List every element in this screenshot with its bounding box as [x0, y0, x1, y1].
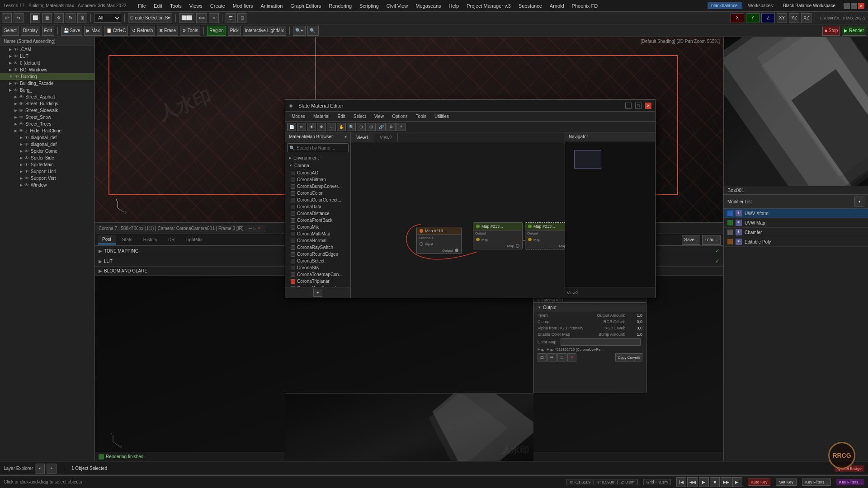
slate-maximize-btn[interactable]: □ — [635, 103, 642, 109]
eye-icon[interactable]: 👁 — [24, 176, 29, 181]
eye-icon[interactable]: 👁 — [14, 74, 19, 79]
eye-icon[interactable]: 👁 — [14, 47, 18, 52]
select-object-button[interactable]: ⬜ — [30, 13, 40, 23]
scene-item[interactable]: ▶ 👁 Spider Side — [0, 155, 94, 161]
set-key-btn[interactable]: Set Key — [776, 479, 797, 486]
menu-phoenix[interactable]: Phoenix FD — [568, 2, 601, 9]
scene-item[interactable]: ▶ 👁 SpiderMain — [0, 161, 94, 168]
scene-item[interactable]: ▶ 👁 0 (default) — [0, 60, 94, 66]
modifier-uvw-map[interactable]: 👁 UVW Map — [724, 218, 868, 228]
key-filters-btn[interactable]: Key Filters... — [802, 479, 831, 486]
modifier-chamfer[interactable]: 👁 Chamfer — [724, 228, 868, 237]
render-button[interactable]: ⊡ — [237, 13, 247, 23]
menu-create[interactable]: Create — [207, 2, 229, 9]
mat-item-coronaao[interactable]: CoronaAO — [285, 169, 350, 176]
eye-icon[interactable]: 👁 — [19, 101, 24, 106]
slate-options-btn[interactable]: ⚙ — [387, 123, 396, 131]
maximize-button[interactable]: □ — [851, 3, 857, 9]
scene-item[interactable]: ▶ 👁 BG_Windows — [0, 66, 94, 73]
slate-connect-btn[interactable]: ↔ — [327, 123, 336, 131]
menu-civil-view[interactable]: Civil View — [383, 2, 411, 9]
menu-scripting[interactable]: Scripting — [356, 2, 382, 9]
mat-item-coronarayswitch[interactable]: CoronaRaySwitch — [285, 244, 350, 251]
eye-icon[interactable]: 👁 — [19, 108, 24, 113]
mat-item-coronamultimap[interactable]: CoronaMultiMap — [285, 230, 350, 237]
eye-icon[interactable]: 👁 — [24, 162, 29, 167]
slate-menu-modes[interactable]: Modes — [288, 113, 309, 120]
menu-rendering[interactable]: Rendering — [325, 2, 355, 9]
copy-curvebtn[interactable]: Copy Curvefit — [615, 353, 642, 361]
ctrlc-btn[interactable]: 📋 Ctrl+C — [104, 26, 128, 36]
workspace-dropdown[interactable]: Black Balance Workspace — [779, 2, 839, 9]
menu-edit[interactable]: Edit — [150, 2, 166, 9]
mat-item-coronadistance[interactable]: CoronaDistance — [285, 210, 350, 217]
named-selections-button[interactable]: ⬜⬜ — [179, 13, 194, 23]
render-tab-dr[interactable]: DR — [164, 235, 179, 244]
save-render-btn[interactable]: Save... — [682, 235, 700, 245]
select-btn[interactable]: Select — [2, 26, 19, 36]
layer-button[interactable]: ☰ — [226, 13, 236, 23]
menu-substance[interactable]: Substance — [515, 2, 546, 9]
render-tab-lightmix[interactable]: LightMix — [181, 235, 207, 244]
scene-item[interactable]: ▶ 👁 z_Hide_RailClone — [0, 127, 94, 134]
slate-layout-btn[interactable]: ⊞ — [367, 123, 376, 131]
mat-item-coronanormal[interactable]: CoronaNormal — [285, 237, 350, 244]
mat-item-coronabumpconver[interactable]: CoronaBumpConver... — [285, 183, 350, 190]
color-map-preview[interactable] — [561, 338, 641, 346]
view-tab-2[interactable]: View2 — [374, 133, 398, 142]
ir-maximize-btn[interactable]: □ — [254, 226, 256, 230]
eye-icon[interactable]: 👁 — [14, 61, 18, 66]
mat-item-coronatriplanar[interactable]: CoronaTriplanar — [285, 278, 350, 285]
slate-pan-btn[interactable]: ✋ — [337, 123, 346, 131]
pick-btn[interactable]: Pick — [228, 26, 241, 36]
view-tab-1[interactable]: View1 — [351, 133, 374, 142]
slate-close-btn[interactable]: ✕ — [645, 103, 651, 109]
save-btn[interactable]: 💾 Save — [61, 26, 83, 36]
render-tab-post[interactable]: Post — [98, 235, 116, 244]
bloom-expand-icon[interactable]: ▶ — [99, 268, 102, 273]
ir-close-btn[interactable]: ✕ — [258, 226, 261, 230]
scene-item[interactable]: ▶ 👁 diagonal_def — [0, 141, 94, 148]
map-btn-2[interactable]: ✏ — [547, 353, 557, 361]
mat-node-bitmap[interactable]: Map #213... CoronaB... Input Output — [416, 227, 462, 254]
mat-item-coronabitmap[interactable]: CoronaBitmap — [285, 176, 350, 183]
eye-icon[interactable]: 👁 — [19, 128, 24, 133]
eye-icon[interactable]: 👁 — [19, 115, 24, 120]
mat-item-coronaselect[interactable]: CoronaSelect — [285, 258, 350, 264]
stop-btn[interactable]: ■ — [710, 477, 720, 487]
vis-icon[interactable]: 👁 — [736, 220, 742, 226]
layer-new-btn[interactable]: + — [47, 464, 57, 474]
lut-expand-icon[interactable]: ▶ — [99, 259, 102, 264]
xy-button[interactable]: XY — [777, 13, 787, 23]
vis-icon[interactable]: 👁 — [736, 229, 742, 235]
modifier-uwv-xform[interactable]: 👁 UWV Xform — [724, 209, 868, 218]
map-btn-1[interactable]: ⊡ — [538, 353, 547, 361]
eye-icon[interactable]: 👁 — [24, 149, 29, 154]
scene-item[interactable]: ▶ 👁 Street_Asphalt — [0, 94, 94, 100]
tools-btn[interactable]: ⚙ Tools — [180, 26, 200, 36]
close-button[interactable]: ✕ — [858, 3, 864, 9]
redo-button[interactable]: ↪ — [14, 13, 24, 23]
scene-item[interactable]: ▶ 👁 Support Vert — [0, 175, 94, 182]
menu-tools[interactable]: Tools — [166, 2, 185, 9]
navigator-view[interactable] — [565, 141, 655, 287]
mat-item-coronadata[interactable]: CoronaData — [285, 203, 350, 210]
output-section-header[interactable]: ▼ Output — [534, 303, 646, 312]
vis-icon[interactable]: 👁 — [736, 239, 742, 245]
eye-icon[interactable]: 👁 — [14, 67, 18, 72]
profile-dropdown[interactable]: blackbalance. — [708, 2, 742, 9]
tone-mapping-check[interactable]: ✓ — [715, 248, 720, 254]
slate-menu-view[interactable]: View — [371, 113, 388, 120]
expand-icon[interactable]: ▶ — [99, 249, 102, 253]
menu-project-manager[interactable]: Project Manager v.3 — [463, 2, 514, 9]
render-ir-btn[interactable]: ▶ Render — [842, 26, 866, 36]
minimize-button[interactable]: ─ — [844, 3, 850, 9]
menu-megascans[interactable]: Megascans — [412, 2, 444, 9]
move-button[interactable]: ✥ — [54, 13, 64, 23]
edit-btn[interactable]: Edit — [42, 26, 54, 36]
select-region-button[interactable]: ▦ — [42, 13, 52, 23]
ir-minimize-btn[interactable]: ─ — [249, 226, 251, 230]
eye-icon[interactable]: 👁 — [19, 94, 24, 99]
display-btn[interactable]: Display — [21, 26, 40, 36]
prev-key-btn[interactable]: ◀◀ — [687, 477, 698, 487]
